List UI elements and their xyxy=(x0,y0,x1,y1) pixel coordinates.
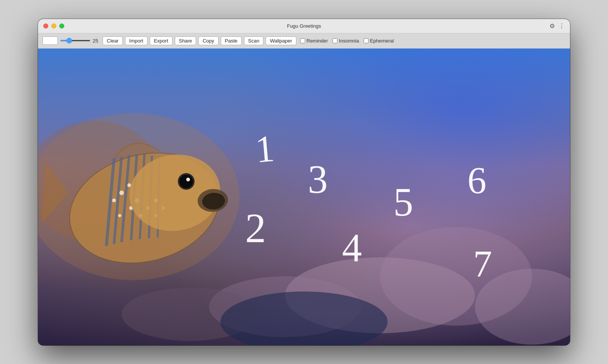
brush-size-slider[interactable] xyxy=(60,40,90,41)
insomnia-text: Insomnia xyxy=(339,38,359,44)
reminder-checkbox[interactable] xyxy=(300,38,305,43)
minimize-button[interactable] xyxy=(51,24,56,28)
reminder-label[interactable]: Reminder xyxy=(300,38,328,44)
window-title: Fugu Greetings xyxy=(287,23,321,29)
titlebar-actions: ⚙ ⋮ xyxy=(549,22,565,30)
clear-button[interactable]: Clear xyxy=(103,36,123,45)
ephemeral-label[interactable]: Ephemeral xyxy=(364,38,394,44)
traffic-lights xyxy=(43,24,64,28)
toolbar: 25 Clear Import Export Share Copy Paste … xyxy=(38,33,570,49)
insomnia-checkbox[interactable] xyxy=(332,38,337,43)
maximize-button[interactable] xyxy=(59,24,64,28)
reminder-text: Reminder xyxy=(307,38,328,44)
export-button[interactable]: Export xyxy=(150,36,173,45)
checkbox-group: Reminder Insomnia Ephemeral xyxy=(300,38,394,44)
extensions-icon[interactable]: ⚙ xyxy=(549,22,555,30)
copy-button[interactable]: Copy xyxy=(198,36,218,45)
share-button[interactable]: Share xyxy=(175,36,196,45)
color-swatch[interactable] xyxy=(43,36,58,45)
scan-button[interactable]: Scan xyxy=(244,36,264,45)
slider-container: 25 xyxy=(60,38,100,44)
ephemeral-checkbox[interactable] xyxy=(364,38,369,43)
paste-button[interactable]: Paste xyxy=(221,36,242,45)
close-button[interactable] xyxy=(43,24,48,28)
titlebar: Fugu Greetings ⚙ ⋮ xyxy=(38,19,570,33)
wallpaper-button[interactable]: Wallpaper xyxy=(266,36,296,45)
background-image xyxy=(38,49,570,345)
import-button[interactable]: Import xyxy=(125,36,147,45)
ephemeral-text: Ephemeral xyxy=(370,38,394,44)
canvas-area[interactable]: 1 2 3 4 5 6 7 xyxy=(38,49,570,345)
insomnia-label[interactable]: Insomnia xyxy=(332,38,359,44)
slider-value: 25 xyxy=(93,38,100,44)
app-window: Fugu Greetings ⚙ ⋮ 25 Clear Import Expor… xyxy=(38,19,570,345)
more-icon[interactable]: ⋮ xyxy=(559,22,565,30)
